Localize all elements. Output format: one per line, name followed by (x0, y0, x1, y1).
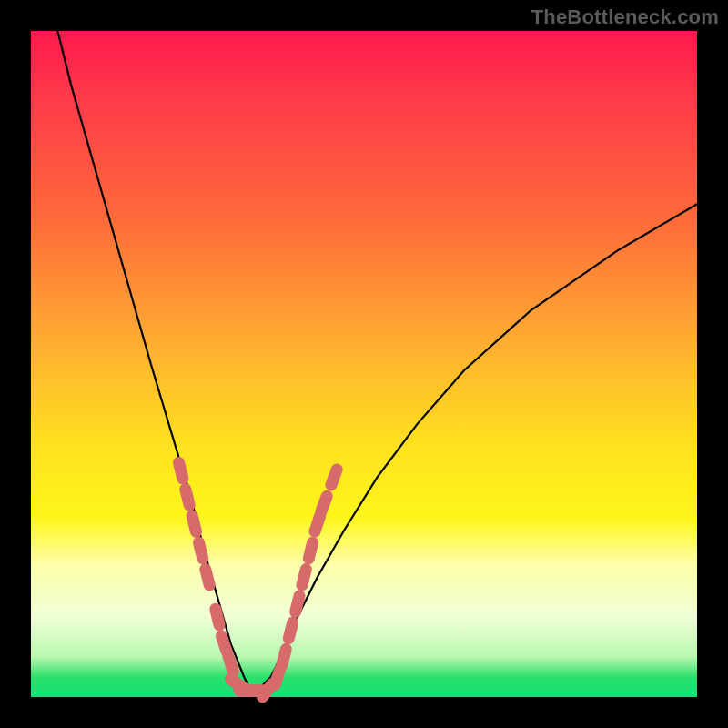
bottleneck-curve (57, 31, 697, 691)
marker (302, 570, 306, 586)
marker (199, 542, 203, 559)
chart-frame: TheBottleneck.com (0, 0, 728, 728)
marker (179, 462, 183, 479)
marker (331, 470, 337, 485)
marker (228, 656, 234, 672)
marker-group (179, 462, 338, 697)
marker (282, 649, 286, 665)
marker (296, 596, 299, 612)
marker (321, 496, 327, 511)
marker (186, 490, 189, 505)
marker (216, 609, 219, 625)
marker (308, 542, 312, 559)
marker (221, 636, 227, 652)
plot-area (31, 31, 697, 697)
marker (206, 570, 209, 586)
marker (275, 670, 280, 685)
curve-svg (31, 31, 697, 697)
marker (192, 516, 196, 532)
marker (315, 516, 320, 531)
watermark-text: TheBottleneck.com (531, 5, 719, 29)
marker (288, 622, 292, 638)
